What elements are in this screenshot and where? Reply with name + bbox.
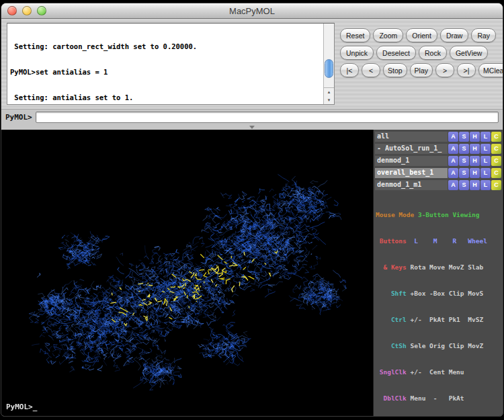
viewport: PyMOL>_ <box>1 130 373 416</box>
object-name[interactable]: overall_best_1 <box>375 168 448 178</box>
mouse-mode-title[interactable]: Mouse Mode 3-Button Viewing <box>376 210 503 219</box>
splitter-handle-icon[interactable] <box>249 126 255 129</box>
prev-frame-button[interactable]: < <box>362 63 380 77</box>
action-button-A[interactable]: A <box>448 144 458 154</box>
button-row-3: |< < Stop Play > >| MClear <box>340 63 503 77</box>
color-button-C[interactable]: C <box>491 168 501 178</box>
viewport-canvas[interactable] <box>1 130 373 416</box>
command-input[interactable] <box>36 112 499 123</box>
hide-button-H[interactable]: H <box>470 144 480 154</box>
color-button-C[interactable]: C <box>491 180 501 190</box>
mclear-button[interactable]: MClear <box>478 63 503 77</box>
action-button-A[interactable]: A <box>448 180 458 190</box>
prompt-label: PyMOL> <box>5 113 32 122</box>
color-button-C[interactable]: C <box>491 156 501 166</box>
button-row-1: Reset Zoom Orient Draw Ray <box>340 28 496 42</box>
traffic-lights <box>1 6 46 15</box>
show-button-S[interactable]: S <box>459 144 469 154</box>
mouse-row: Shft +Box -Box Clip MovS <box>376 289 503 298</box>
console-text: Setting: cartoon_rect_width set to 0.200… <box>7 24 323 104</box>
minimize-button[interactable] <box>22 6 32 15</box>
console-line: PyMOL>set antialias = 1 <box>10 68 321 77</box>
label-button-L[interactable]: L <box>480 132 491 142</box>
console-line: Setting: antialias set to 1. <box>10 93 321 102</box>
zoom-button[interactable]: Zoom <box>373 28 403 42</box>
mouse-row: SnglClk +/- Cent Menu <box>376 368 503 376</box>
object-row-denmod1-m1: denmod_1_m1 A S H L C <box>375 179 501 190</box>
show-button-S[interactable]: S <box>459 180 469 190</box>
mouse-row: Buttons L M R Wheel <box>376 237 503 245</box>
close-button[interactable] <box>7 6 17 15</box>
first-frame-button[interactable]: |< <box>340 63 359 77</box>
stop-button[interactable]: Stop <box>383 63 407 77</box>
label-button-L[interactable]: L <box>480 180 491 190</box>
mouse-row: CtSh Sele Orig Clip MovZ <box>376 341 503 350</box>
scroll-down-icon[interactable]: ▼ <box>324 96 334 104</box>
unpick-button[interactable]: Unpick <box>340 46 374 60</box>
orient-button[interactable]: Orient <box>406 28 437 42</box>
rock-button[interactable]: Rock <box>419 46 447 60</box>
color-button-C[interactable]: C <box>491 144 501 154</box>
macpymol-window: MacPyMOL Setting: cartoon_rect_width set… <box>1 3 503 417</box>
zoom-window-button[interactable] <box>37 6 46 15</box>
ray-button[interactable]: Ray <box>471 28 496 42</box>
scrollbar-arrows: ▲ ▼ <box>324 87 334 104</box>
mouse-row: DblClk Menu - PkAt <box>376 394 503 403</box>
show-button-S[interactable]: S <box>459 132 469 142</box>
object-name[interactable]: denmod_1_m1 <box>375 180 448 190</box>
command-prompt-row: PyMOL> <box>1 109 503 130</box>
mouse-row: Ctrl +/- PkAt Pk1 MvSZ <box>376 315 503 324</box>
mouse-row: & Keys Rota Move MovZ Slab <box>376 263 503 271</box>
draw-button[interactable]: Draw <box>440 28 469 42</box>
show-button-S[interactable]: S <box>459 168 469 178</box>
hide-button-H[interactable]: H <box>470 168 480 178</box>
object-row-overall-best: overall_best_1 A S H L C <box>375 167 501 178</box>
console-line: Setting: cartoon_rect_width set to 0.200… <box>10 42 321 51</box>
viewport-prompt: PyMOL>_ <box>6 403 37 411</box>
label-button-L[interactable]: L <box>480 144 491 154</box>
object-row-denmod1: denmod_1 A S H L C <box>375 155 501 166</box>
getview-button[interactable]: GetView <box>450 46 489 60</box>
play-button[interactable]: Play <box>410 63 433 77</box>
button-row-2: Unpick Deselect Rock GetView <box>340 46 488 60</box>
next-frame-button[interactable]: > <box>435 63 454 77</box>
object-name[interactable]: - AutoSol_run_1_ <box>375 144 448 154</box>
hide-button-H[interactable]: H <box>470 180 480 190</box>
label-button-L[interactable]: L <box>480 156 491 166</box>
reset-button[interactable]: Reset <box>340 28 370 42</box>
main-area: PyMOL>_ all A S H L C - AutoSol_run_1_ A… <box>1 130 503 416</box>
console-scrollbar[interactable]: ▲ ▼ <box>323 24 334 104</box>
object-panel: all A S H L C - AutoSol_run_1_ A S H L C… <box>373 130 503 416</box>
show-button-S[interactable]: S <box>459 156 469 166</box>
object-row-autosol: - AutoSol_run_1_ A S H L C <box>375 143 501 154</box>
object-name[interactable]: denmod_1 <box>375 156 448 166</box>
action-button-A[interactable]: A <box>448 132 458 142</box>
last-frame-button[interactable]: >| <box>457 63 476 77</box>
label-button-L[interactable]: L <box>480 168 491 178</box>
object-list: all A S H L C - AutoSol_run_1_ A S H L C… <box>374 130 503 192</box>
object-row-all: all A S H L C <box>375 131 501 142</box>
action-button-A[interactable]: A <box>448 168 458 178</box>
console-log[interactable]: Setting: cartoon_rect_width set to 0.200… <box>7 23 335 105</box>
scroll-up-icon[interactable]: ▲ <box>324 88 334 96</box>
action-button-A[interactable]: A <box>448 156 458 166</box>
hide-button-H[interactable]: H <box>470 132 480 142</box>
window-title: MacPyMOL <box>1 6 503 16</box>
object-name[interactable]: all <box>375 132 448 142</box>
scrollbar-thumb[interactable] <box>325 59 333 78</box>
mouse-mode-panel: Mouse Mode 3-Button Viewing Buttons L M … <box>374 192 503 417</box>
deselect-button[interactable]: Deselect <box>376 46 416 60</box>
hide-button-H[interactable]: H <box>470 156 480 166</box>
title-bar: MacPyMOL <box>1 3 503 19</box>
color-button-C[interactable]: C <box>491 132 501 142</box>
upper-panel: Setting: cartoon_rect_width set to 0.200… <box>1 19 503 109</box>
